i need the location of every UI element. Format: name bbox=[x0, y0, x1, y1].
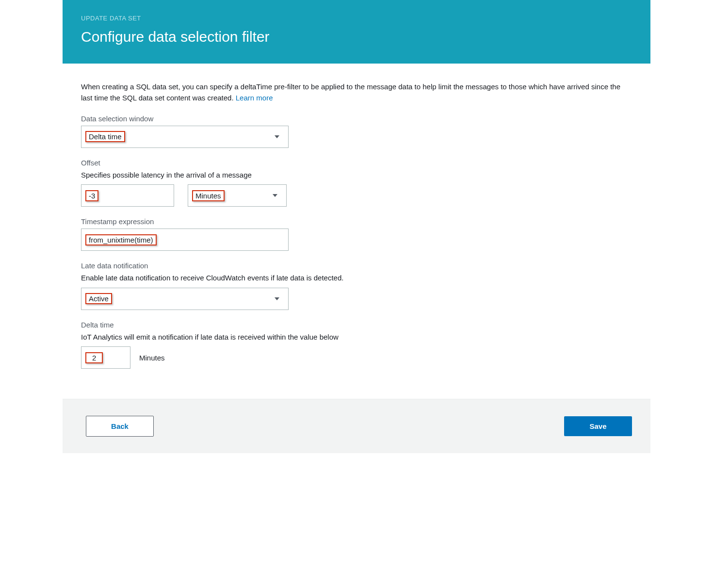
select-data-selection-window[interactable]: Delta time bbox=[81, 126, 289, 148]
field-timestamp-expression: Timestamp expression from_unixtime(time) bbox=[81, 217, 632, 251]
select-late-data-notification[interactable]: Active bbox=[81, 288, 289, 310]
helper-late-data-notification: Enable late data notification to receive… bbox=[81, 273, 632, 284]
label-data-selection-window: Data selection window bbox=[81, 114, 632, 123]
page-footer: Back Save bbox=[63, 399, 650, 453]
label-offset: Offset bbox=[81, 159, 632, 167]
label-delta-time: Delta time bbox=[81, 321, 632, 329]
select-offset-unit[interactable]: Minutes bbox=[188, 184, 287, 207]
helper-delta-time: IoT Analytics will emit a notification i… bbox=[81, 332, 632, 343]
offset-unit-value: Minutes bbox=[192, 190, 225, 201]
field-delta-time: Delta time IoT Analytics will emit a not… bbox=[81, 321, 632, 369]
offset-value: -3 bbox=[85, 190, 98, 201]
label-late-data-notification: Late data notification bbox=[81, 261, 632, 270]
selected-value-data-selection-window: Delta time bbox=[85, 131, 125, 142]
field-late-data-notification: Late data notification Enable late data … bbox=[81, 261, 632, 310]
field-data-selection-window: Data selection window Delta time bbox=[81, 114, 632, 148]
delta-time-unit-label: Minutes bbox=[139, 354, 165, 362]
input-delta-time-value[interactable]: 2 bbox=[81, 346, 130, 369]
caret-down-icon bbox=[273, 194, 277, 197]
input-timestamp-expression[interactable]: from_unixtime(time) bbox=[81, 229, 289, 251]
page-title: Configure data selection filter bbox=[81, 29, 632, 45]
breadcrumb: UPDATE DATA SET bbox=[81, 15, 632, 22]
helper-offset: Specifies possible latency in the arriva… bbox=[81, 170, 632, 181]
save-button[interactable]: Save bbox=[564, 416, 632, 436]
field-offset: Offset Specifies possible latency in the… bbox=[81, 159, 632, 207]
caret-down-icon bbox=[275, 135, 279, 138]
back-button[interactable]: Back bbox=[86, 416, 154, 437]
intro-text: When creating a SQL data set, you can sp… bbox=[81, 81, 632, 104]
label-timestamp-expression: Timestamp expression bbox=[81, 217, 632, 226]
input-offset-value[interactable]: -3 bbox=[81, 184, 174, 207]
main-content: When creating a SQL data set, you can sp… bbox=[63, 64, 650, 399]
intro-body: When creating a SQL data set, you can sp… bbox=[81, 82, 620, 102]
timestamp-expression-value: from_unixtime(time) bbox=[85, 234, 157, 245]
learn-more-link[interactable]: Learn more bbox=[236, 94, 273, 102]
delta-time-value: 2 bbox=[85, 352, 103, 363]
late-data-notification-value: Active bbox=[85, 293, 112, 304]
caret-down-icon bbox=[275, 297, 279, 300]
page-header: UPDATE DATA SET Configure data selection… bbox=[63, 0, 650, 64]
